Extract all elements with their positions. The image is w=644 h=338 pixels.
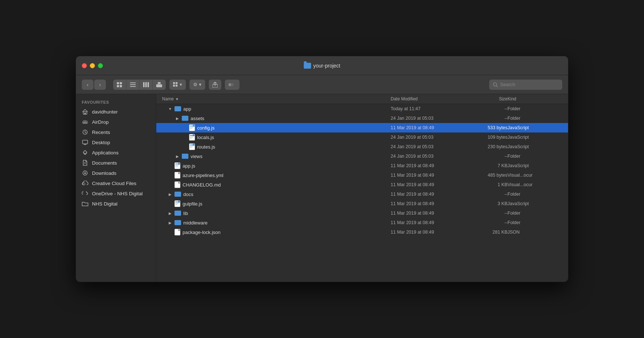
sidebar-item-label: Desktop xyxy=(92,140,110,145)
expand-button[interactable]: ▶ xyxy=(168,220,172,225)
svg-rect-34 xyxy=(190,128,193,128)
search-box[interactable] xyxy=(489,80,562,90)
svg-rect-10 xyxy=(156,84,162,87)
file-icon xyxy=(175,172,180,178)
expand-button[interactable]: ▶ xyxy=(168,211,172,215)
folder-icon xyxy=(182,154,188,159)
expand-button[interactable]: ▶ xyxy=(175,154,180,158)
sidebar-item-creative-cloud[interactable]: Creative Cloud Files xyxy=(76,178,156,188)
back-button[interactable]: ‹ xyxy=(82,80,93,90)
view-icon-button[interactable] xyxy=(113,80,126,90)
main-content: Favourites davidhunter xyxy=(76,94,568,282)
svg-rect-49 xyxy=(175,203,179,203)
svg-rect-43 xyxy=(190,147,192,148)
folder-icon xyxy=(175,192,181,197)
title-folder-icon xyxy=(304,63,311,69)
sidebar-item-label: Recents xyxy=(92,130,110,135)
minimize-button[interactable] xyxy=(90,63,95,68)
col-size: 7 KB xyxy=(464,163,507,168)
header-kind[interactable]: Kind xyxy=(507,96,562,101)
download-icon xyxy=(82,170,88,176)
titlebar: your-project xyxy=(76,56,568,75)
col-size: -- xyxy=(464,116,507,121)
table-row[interactable]: config.js 11 Mar 2019 at 08:49 533 bytes… xyxy=(156,123,568,132)
sidebar-item-documents[interactable]: Documents xyxy=(76,158,156,168)
sidebar-item-label: OneDrive - NHS Digital xyxy=(92,191,143,196)
documents-icon xyxy=(82,160,88,166)
svg-rect-44 xyxy=(175,164,179,164)
svg-rect-7 xyxy=(143,82,145,87)
header-name[interactable]: Name ▼ xyxy=(162,96,391,101)
col-kind: Folder xyxy=(507,116,562,121)
col-size: -- xyxy=(464,106,507,111)
expand-button[interactable]: ▶ xyxy=(168,192,172,196)
sidebar-item-recents[interactable]: Recents xyxy=(76,127,156,137)
sidebar-item-nhs-digital[interactable]: NHS Digital xyxy=(76,199,156,209)
folder-icon xyxy=(182,116,188,121)
sidebar-item-airdrop[interactable]: AirDrop xyxy=(76,117,156,127)
col-kind: JavaScript xyxy=(507,144,562,149)
expand-button[interactable]: ▼ xyxy=(168,107,172,111)
table-row[interactable]: ▶ assets 24 Jan 2019 at 05:03 -- Folder xyxy=(156,114,568,123)
col-date: 11 Mar 2019 at 08:49 xyxy=(391,173,464,178)
svg-rect-5 xyxy=(130,84,136,85)
svg-rect-40 xyxy=(190,145,193,145)
file-name: assets xyxy=(191,116,204,121)
file-name: app.js xyxy=(183,163,195,169)
file-name: azure-pipelines.yml xyxy=(183,173,223,178)
table-row[interactable]: ▶ docs 11 Mar 2019 at 08:49 -- Folder xyxy=(156,189,568,199)
svg-line-20 xyxy=(497,85,498,87)
col-kind: JavaScript xyxy=(507,125,562,130)
view-options-dropdown[interactable]: ▾ xyxy=(169,80,186,90)
col-size: 485 bytes xyxy=(464,173,507,178)
sidebar-item-desktop[interactable]: Desktop xyxy=(76,137,156,147)
svg-rect-37 xyxy=(190,136,193,137)
header-date[interactable]: Date Modified xyxy=(391,96,464,101)
share-button[interactable] xyxy=(209,80,221,90)
expand-button[interactable]: ▶ xyxy=(175,116,180,120)
table-row[interactable]: routes.js 24 Jan 2019 at 05:03 230 bytes… xyxy=(156,142,568,151)
sidebar-item-onedrive[interactable]: OneDrive - NHS Digital xyxy=(76,188,156,199)
folder-icon xyxy=(175,106,181,111)
table-row[interactable]: ▶ views 24 Jan 2019 at 05:03 -- Folder xyxy=(156,151,568,161)
svg-rect-1 xyxy=(120,82,122,84)
table-row[interactable]: ▶ middleware 11 Mar 2019 at 08:49 -- Fol… xyxy=(156,218,568,227)
col-size: -- xyxy=(464,220,507,225)
table-row[interactable]: app.js 11 Mar 2019 at 08:49 7 KB JavaScr… xyxy=(156,161,568,170)
gear-button[interactable]: ⚙ ▾ xyxy=(189,80,205,90)
svg-rect-6 xyxy=(130,86,136,87)
svg-rect-48 xyxy=(175,201,179,202)
search-icon xyxy=(493,82,498,87)
sidebar-item-downloads[interactable]: Downloads xyxy=(76,168,156,178)
table-row[interactable]: package-lock.json 11 Mar 2019 at 08:49 2… xyxy=(156,227,568,237)
svg-rect-51 xyxy=(175,204,177,205)
col-date: 11 Mar 2019 at 08:49 xyxy=(391,125,464,130)
table-row[interactable]: ▶ lib 11 Mar 2019 at 08:49 -- Folder xyxy=(156,208,568,218)
sidebar-item-davidhunter[interactable]: davidhunter xyxy=(76,107,156,117)
svg-rect-45 xyxy=(175,165,179,165)
header-size[interactable]: Size xyxy=(464,96,507,101)
forward-button[interactable]: › xyxy=(94,80,106,90)
table-row[interactable]: gulpfile.js 11 Mar 2019 at 08:49 3 KB Ja… xyxy=(156,199,568,208)
table-row[interactable]: ▼ app Today at 11:47 -- Folder xyxy=(156,104,568,114)
sort-arrow: ▼ xyxy=(175,97,179,101)
sidebar-item-applications[interactable]: Applications xyxy=(76,147,156,158)
file-name: views xyxy=(191,154,203,159)
window-title-area: your-project xyxy=(304,63,340,69)
table-row[interactable]: CHANGELOG.md 11 Mar 2019 at 08:49 1 KB V… xyxy=(156,180,568,189)
tag-button[interactable] xyxy=(225,80,239,90)
search-input[interactable] xyxy=(500,82,559,87)
svg-rect-47 xyxy=(175,166,177,167)
window-title: your-project xyxy=(313,63,340,69)
close-button[interactable] xyxy=(82,63,87,68)
file-name: middleware xyxy=(183,220,207,226)
svg-rect-38 xyxy=(190,137,193,138)
fullscreen-button[interactable] xyxy=(98,63,103,68)
view-list-button[interactable] xyxy=(126,80,139,90)
file-name: gulpfile.js xyxy=(183,201,202,207)
view-column-button[interactable] xyxy=(139,80,153,90)
view-gallery-button[interactable] xyxy=(153,80,166,90)
table-row[interactable]: locals.js 24 Jan 2019 at 05:03 109 bytes… xyxy=(156,132,568,142)
col-date: 24 Jan 2019 at 05:03 xyxy=(391,144,464,149)
table-row[interactable]: azure-pipelines.yml 11 Mar 2019 at 08:49… xyxy=(156,170,568,180)
